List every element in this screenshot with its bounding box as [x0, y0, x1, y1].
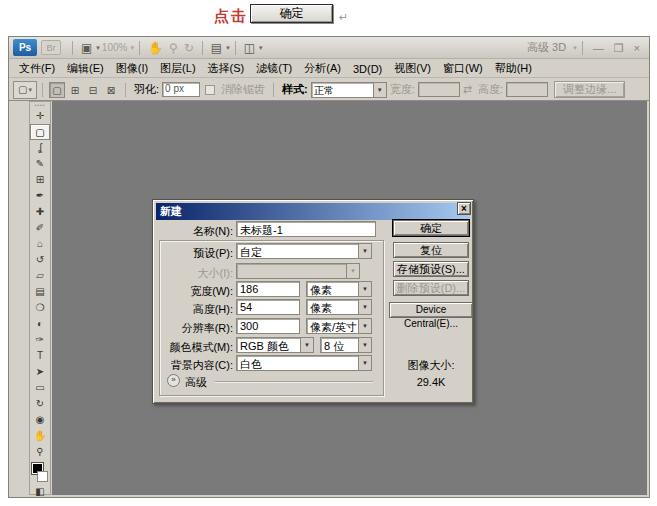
eraser-tool[interactable]: ▱	[30, 268, 50, 284]
background-select[interactable]: 白色 ▼	[236, 355, 372, 371]
arrange-documents-icon[interactable]: ▤	[211, 38, 222, 58]
menu-view[interactable]: 视图(V)	[388, 59, 437, 78]
chevron-down-icon[interactable]: ▾	[130, 44, 134, 52]
dropdown-arrow-icon[interactable]: ▼	[373, 83, 386, 97]
lasso-tool[interactable]: ʆ	[30, 140, 50, 156]
history-brush-tool[interactable]: ↺	[30, 252, 50, 268]
color-swatches[interactable]	[30, 462, 50, 486]
preset-select[interactable]: 自定 ▼	[236, 243, 372, 259]
marquee-icon: ▢	[18, 84, 27, 95]
zoom-level-value[interactable]: 100%	[102, 42, 128, 53]
menu-help[interactable]: 帮助(H)	[489, 59, 538, 78]
width-input[interactable]	[418, 82, 460, 97]
close-button[interactable]: ×	[634, 38, 640, 58]
zoom-tool[interactable]: ⚲	[30, 444, 50, 460]
height-unit-select[interactable]: 像素 ▼	[306, 299, 372, 315]
style-select[interactable]: 正常 ▼	[311, 82, 387, 98]
chevron-down-icon[interactable]: ▾	[96, 44, 100, 52]
healing-brush-tool[interactable]: ✚	[30, 204, 50, 220]
color-mode-select[interactable]: RGB 颜色 ▼	[236, 337, 314, 353]
feather-input[interactable]: 0 px	[162, 82, 200, 97]
name-input[interactable]: 未标题-1	[236, 221, 376, 237]
menu-layer[interactable]: 图层(L)	[154, 59, 201, 78]
new-selection-icon[interactable]: ▢	[49, 82, 65, 98]
device-central-button[interactable]: Device Central(E)...	[389, 302, 473, 318]
minimize-button[interactable]: —	[593, 38, 604, 58]
dropdown-arrow-icon[interactable]: ▼	[358, 300, 371, 314]
clone-stamp-tool[interactable]: ⌂	[30, 236, 50, 252]
advanced-expander-icon[interactable]: »	[167, 374, 180, 387]
menu-filter[interactable]: 滤镜(T)	[250, 59, 298, 78]
dropdown-arrow-icon[interactable]: ▼	[358, 282, 371, 296]
menu-image[interactable]: 图像(I)	[110, 59, 154, 78]
restore-button[interactable]: ❐	[614, 38, 624, 58]
menu-edit[interactable]: 编辑(E)	[61, 59, 110, 78]
swap-dimensions-icon[interactable]: ⇄	[463, 83, 472, 96]
rotate-view-icon[interactable]: ↻	[184, 38, 194, 58]
brush-tool[interactable]: ✐	[30, 220, 50, 236]
resolution-unit-select[interactable]: 像素/英寸 ▼	[306, 318, 372, 334]
quick-mask-icon[interactable]: ◧	[30, 486, 50, 500]
zoom-tool-icon[interactable]: ⚲	[169, 38, 178, 58]
dropdown-arrow-icon[interactable]: ▼	[300, 338, 313, 352]
screen-mode-icon[interactable]: ◫	[244, 38, 255, 58]
tool-preset-picker[interactable]: ▢ ▾	[13, 81, 37, 99]
width-input[interactable]: 186	[236, 281, 300, 297]
menu-window[interactable]: 窗口(W)	[437, 59, 489, 78]
dialog-title[interactable]: 新建	[156, 203, 470, 220]
eyedropper-tool[interactable]: ✒	[30, 188, 50, 204]
separator	[273, 83, 274, 97]
3d-orbit-tool[interactable]: ◉	[30, 412, 50, 428]
dropdown-arrow-icon[interactable]: ▼	[358, 338, 371, 352]
hand-tool-icon[interactable]: ✋	[148, 38, 163, 58]
dropdown-arrow-icon[interactable]: ▼	[358, 244, 371, 258]
antialias-checkbox[interactable]	[205, 85, 215, 95]
subtract-from-selection-icon[interactable]: ⊟	[85, 82, 101, 98]
height-input[interactable]	[506, 82, 548, 97]
bridge-icon[interactable]: Br	[41, 40, 61, 55]
add-to-selection-icon[interactable]: ⊞	[67, 82, 83, 98]
blur-tool[interactable]: ❍	[30, 300, 50, 316]
page: 点击 确定 ↵ Ps Br ▣ ▾ 100% ▾ ✋ ⚲ ↻ ▤ ▾ ◫ ▾ 高…	[0, 0, 657, 506]
shape-tool[interactable]: ▭	[30, 380, 50, 396]
antialias-label: 消除锯齿	[221, 82, 265, 97]
path-selection-tool[interactable]: ➤	[30, 364, 50, 380]
dialog-close-button[interactable]: ×	[457, 202, 471, 215]
dodge-tool[interactable]: ◐	[30, 316, 50, 332]
3d-rotate-tool[interactable]: ↻	[30, 396, 50, 412]
chevron-down-icon[interactable]: ▾	[226, 44, 230, 52]
width-unit-select[interactable]: 像素 ▼	[306, 281, 372, 297]
chevron-down-icon[interactable]: ▾	[259, 44, 263, 52]
workspace-switcher[interactable]: 高级 3D	[527, 40, 566, 55]
menu-file[interactable]: 文件(F)	[13, 59, 61, 78]
gradient-tool[interactable]: ▤	[30, 284, 50, 300]
rectangular-marquee-tool[interactable]: ▢	[30, 124, 50, 140]
separator	[202, 41, 203, 55]
image-size-label: 图像大小:	[386, 358, 476, 373]
chevron-down-icon[interactable]: ▾	[573, 44, 577, 52]
intersect-selection-icon[interactable]: ⊠	[103, 82, 119, 98]
refine-edge-button[interactable]: 调整边缘...	[554, 81, 625, 98]
height-input[interactable]: 54	[236, 299, 300, 315]
ok-button[interactable]: 确定	[393, 220, 469, 236]
menu-analysis[interactable]: 分析(A)	[298, 59, 347, 78]
quick-selection-tool[interactable]: ✎	[30, 156, 50, 172]
bit-depth-select[interactable]: 8 位 ▼	[320, 337, 372, 353]
dropdown-arrow-icon[interactable]: ▼	[358, 319, 371, 333]
resolution-input[interactable]: 300	[236, 318, 300, 334]
save-preset-button[interactable]: 存储预设(S)...	[393, 261, 469, 277]
menu-select[interactable]: 选择(S)	[202, 59, 251, 78]
move-tool[interactable]: ✛	[30, 108, 50, 124]
type-tool[interactable]: T	[30, 348, 50, 364]
dropdown-arrow-icon[interactable]: ▼	[358, 356, 371, 370]
ok-button-image[interactable]: 确定	[250, 4, 333, 23]
crop-tool[interactable]: ⊞	[30, 172, 50, 188]
reset-button[interactable]: 复位	[393, 242, 469, 258]
background-color-swatch[interactable]	[37, 471, 48, 482]
pen-tool[interactable]: ✑	[30, 332, 50, 348]
separator	[235, 41, 236, 55]
view-extras-icon[interactable]: ▣	[81, 38, 92, 58]
hand-tool[interactable]: ✋	[30, 428, 50, 444]
style-label: 样式:	[282, 82, 308, 97]
menu-3d[interactable]: 3D(D)	[347, 61, 388, 77]
